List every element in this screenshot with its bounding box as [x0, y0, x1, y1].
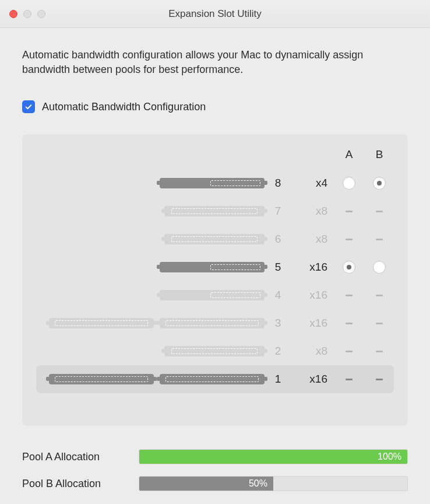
slot-visual [47, 374, 268, 384]
pool-b-radio[interactable] [373, 177, 386, 190]
slot-speed: x8 [288, 345, 333, 358]
dash-icon [346, 295, 353, 296]
slot-visual [47, 346, 268, 356]
slot-row-2: 2x8 [36, 337, 394, 365]
zoom-icon [37, 10, 45, 18]
pool-b-pct: 50% [249, 478, 267, 489]
check-icon [24, 103, 33, 111]
slot-visual [47, 234, 268, 244]
slot-visual [47, 318, 268, 328]
slot-visual [47, 262, 268, 272]
window-title: Expansion Slot Utility [0, 8, 430, 20]
slot-number: 4 [269, 289, 287, 302]
column-b-label: B [365, 148, 394, 161]
pool-a-label: Pool A Allocation [22, 451, 133, 463]
slot-row-5: 5x16 [36, 253, 394, 281]
slot-speed: x4 [288, 177, 333, 190]
pool-a-radio[interactable] [343, 261, 355, 274]
dash-icon [346, 351, 353, 352]
column-a-label: A [334, 148, 364, 161]
pool-a-pct: 100% [378, 452, 401, 462]
slot-panel: A B 8x47x86x85x164x163x162x81x16 [22, 134, 408, 426]
slot-speed: x16 [288, 261, 333, 274]
slot-number: 1 [269, 373, 287, 386]
slot-number: 2 [269, 345, 287, 358]
dash-icon [346, 379, 353, 380]
titlebar: Expansion Slot Utility [0, 0, 430, 28]
pool-b-label: Pool B Allocation [22, 478, 133, 490]
auto-bandwidth-label: Automatic Bandwidth Configuration [42, 101, 206, 113]
pool-a-radio[interactable] [343, 177, 355, 190]
slot-number: 5 [269, 261, 287, 274]
slot-speed: x16 [288, 373, 333, 386]
slot-row-3: 3x16 [36, 309, 394, 337]
dash-icon [376, 323, 383, 324]
slot-row-8: 8x4 [36, 169, 394, 197]
pool-b-fill: 50% [139, 477, 273, 491]
slot-speed: x16 [288, 317, 333, 330]
slot-visual [47, 178, 268, 188]
slot-number: 8 [269, 177, 287, 190]
slot-visual [47, 206, 268, 216]
dash-icon [346, 323, 353, 324]
slot-row-4: 4x16 [36, 281, 394, 309]
slot-speed: x16 [288, 289, 333, 302]
slot-speed: x8 [288, 205, 333, 218]
dash-icon [376, 379, 383, 380]
dash-icon [346, 211, 353, 212]
slot-row-6: 6x8 [36, 225, 394, 253]
pool-a-fill: 100% [139, 450, 407, 464]
slot-visual [47, 290, 268, 300]
dash-icon [376, 295, 383, 296]
dash-icon [376, 351, 383, 352]
auto-bandwidth-checkbox[interactable] [22, 100, 35, 113]
dash-icon [376, 211, 383, 212]
close-icon[interactable] [9, 10, 17, 18]
pool-b-bar: 50% [139, 476, 408, 491]
slot-number: 7 [269, 205, 287, 218]
minimize-icon [23, 10, 31, 18]
slot-number: 6 [269, 233, 287, 246]
description-text: Automatic bandwidth configuration allows… [22, 48, 408, 77]
pool-a-bar: 100% [139, 449, 408, 464]
dash-icon [346, 239, 353, 240]
slot-speed: x8 [288, 233, 333, 246]
pool-b-radio[interactable] [373, 261, 386, 274]
slot-row-1: 1x16 [36, 365, 394, 393]
slot-row-7: 7x8 [36, 197, 394, 225]
dash-icon [376, 239, 383, 240]
auto-bandwidth-row[interactable]: Automatic Bandwidth Configuration [22, 100, 408, 113]
slot-number: 3 [269, 317, 287, 330]
